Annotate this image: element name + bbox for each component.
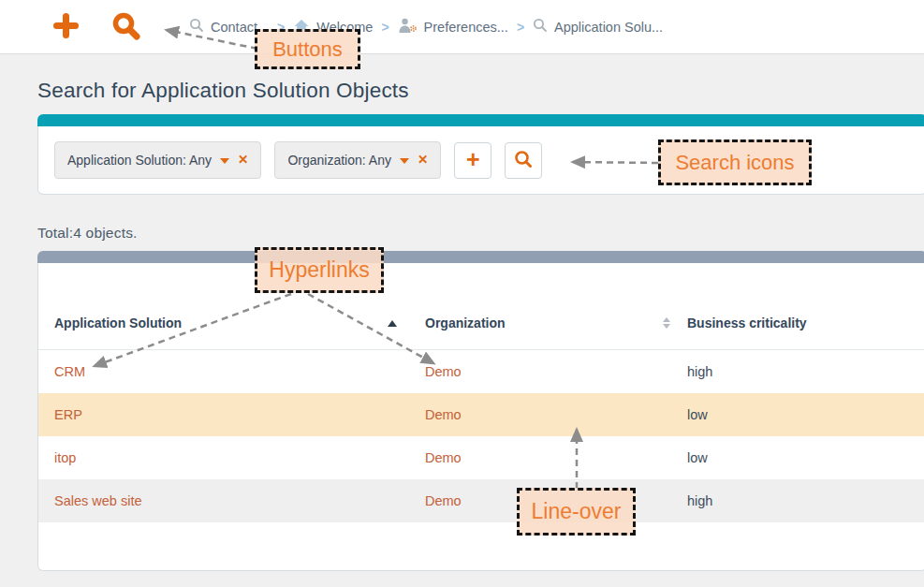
organization-link[interactable]: Demo (425, 450, 462, 465)
organization-link[interactable]: Demo (425, 493, 462, 508)
results-panel: Application Solution Organization Busine… (37, 251, 924, 571)
annotation-search-icons: Search icons (658, 139, 812, 185)
search-panel-header-bar (37, 114, 924, 126)
business-criticality-value: low (687, 450, 708, 465)
application-solution-link[interactable]: Sales web site (54, 493, 142, 508)
add-criterion-button[interactable]: + (454, 142, 491, 179)
application-solution-link[interactable]: CRM (54, 364, 85, 379)
breadcrumb-item-preferences[interactable]: Preferences... (398, 17, 508, 37)
table-row[interactable]: itop Demo low (38, 436, 924, 479)
remove-criterion-icon[interactable]: ✕ (238, 154, 248, 167)
application-solution-link[interactable]: itop (54, 450, 76, 465)
results-total: Total:4 objects. (37, 225, 138, 242)
search-icon (111, 30, 141, 44)
breadcrumb-item-application-solution[interactable]: Application Solu... (533, 18, 663, 36)
results-table: Application Solution Organization Busine… (37, 263, 924, 571)
table-row[interactable]: CRM Demo high (38, 350, 924, 393)
page-title: Search for Application Solution Objects (37, 79, 409, 103)
criterion-application-solution[interactable]: Application Solution: Any ✕ (54, 141, 261, 179)
criterion-label: Application Solution: Any (67, 153, 212, 168)
results-panel-header-bar (37, 251, 924, 263)
column-label: Application Solution (54, 316, 182, 330)
chevron-right-icon: > (381, 20, 389, 35)
organization-link[interactable]: Demo (425, 364, 462, 379)
breadcrumb-label: Preferences... (424, 20, 508, 35)
application-solution-link[interactable]: ERP (54, 407, 82, 422)
screen: Contact... > Welcome > Preferences... > (0, 0, 924, 587)
column-label: Organization (425, 316, 506, 330)
search-icon (189, 18, 204, 36)
new-object-button[interactable] (52, 12, 80, 39)
sort-ascending-icon[interactable] (388, 320, 397, 327)
run-search-button[interactable] (505, 142, 542, 179)
chevron-down-icon[interactable] (220, 158, 229, 164)
chevron-right-icon: > (517, 20, 524, 35)
remove-criterion-icon[interactable]: ✕ (418, 154, 428, 167)
criterion-label: Organization: Any (287, 153, 391, 168)
search-icon (533, 18, 548, 36)
organization-link[interactable]: Demo (425, 407, 462, 422)
business-criticality-value: high (687, 493, 712, 508)
table-row-line-over[interactable]: ERP Demo low (38, 393, 924, 436)
plus-icon (52, 28, 80, 42)
column-header-application-solution[interactable]: Application Solution (38, 316, 425, 330)
annotation-hyperlinks: Hyperlinks (255, 247, 384, 293)
global-search-button[interactable] (111, 11, 141, 41)
sort-icon[interactable] (663, 317, 670, 329)
criterion-organization[interactable]: Organization: Any ✕ (274, 141, 441, 179)
column-header-organization[interactable]: Organization (425, 316, 687, 330)
business-criticality-value: high (687, 364, 712, 379)
business-criticality-value: low (687, 407, 708, 422)
breadcrumb-label: Application Solu... (554, 20, 663, 35)
search-icon (514, 150, 533, 171)
user-gear-icon (398, 17, 418, 37)
chevron-down-icon[interactable] (400, 158, 409, 164)
table-header-row: Application Solution Organization Busine… (38, 297, 924, 350)
column-header-business-criticality[interactable]: Business criticality (687, 316, 924, 330)
annotation-line-over: Line-over (517, 488, 636, 536)
table-row[interactable]: Sales web site Demo high (38, 479, 924, 522)
annotation-buttons: Buttons (255, 29, 360, 69)
column-label: Business criticality (687, 316, 807, 330)
topbar: Contact... > Welcome > Preferences... > (0, 0, 924, 54)
plus-icon: + (466, 148, 480, 171)
